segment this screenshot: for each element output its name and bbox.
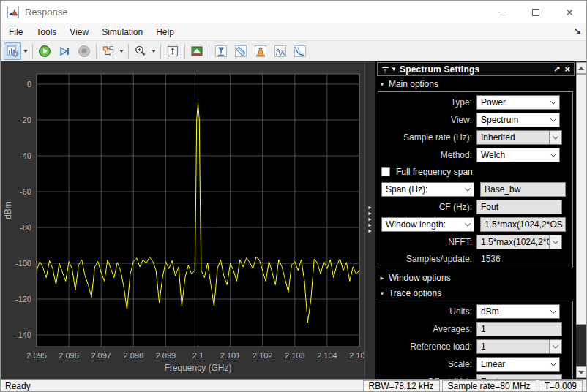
span-input[interactable]: Base_bw xyxy=(480,182,566,197)
settings-scrollbar[interactable] xyxy=(576,61,586,379)
svg-text:2.099: 2.099 xyxy=(156,351,176,360)
peak-finder-button[interactable] xyxy=(252,42,269,60)
zoom-in-button[interactable] xyxy=(132,42,149,60)
minimize-button[interactable] xyxy=(485,1,519,23)
close-panel-icon[interactable]: × xyxy=(564,65,570,74)
view-label: View: xyxy=(380,115,476,125)
caret-down-icon xyxy=(152,50,156,53)
dock-icon[interactable]: ↘ xyxy=(573,26,581,36)
nfft-combo[interactable]: 1.5*max(1024,2*O xyxy=(476,235,562,249)
status-rbw: RBW=78.12 kHz xyxy=(363,380,440,392)
status-bar: Ready RBW=78.12 kHz Sample rate=80 MHz T… xyxy=(1,379,586,392)
units-select[interactable]: dBm xyxy=(476,304,560,319)
chevron-down-icon xyxy=(549,340,561,353)
type-select[interactable]: Power xyxy=(476,95,560,110)
fit-to-view-icon xyxy=(166,45,179,58)
section-main-options[interactable]: ▼ Main options xyxy=(375,76,576,91)
spectrum-analyzer-window: Response ✕ File Tools View Simulation He… xyxy=(0,0,587,392)
signal-statistics-button[interactable] xyxy=(212,42,230,60)
method-select[interactable]: Welch xyxy=(476,148,560,162)
span-mode-select[interactable]: Span (Hz): xyxy=(381,182,474,197)
simulink-model-dropdown[interactable] xyxy=(117,42,125,60)
section-trace-options[interactable]: ▼ Trace options xyxy=(375,285,576,301)
status-ready: Ready xyxy=(1,381,363,391)
toolbar xyxy=(1,41,586,61)
spectrum-plot[interactable]: 2.0952.0962.0972.0982.0992.12.1012.1022.… xyxy=(1,61,364,379)
cursor-measurements-icon xyxy=(234,45,247,58)
svg-text:-100: -100 xyxy=(15,259,31,268)
samples-update-value: 1536 xyxy=(476,254,501,264)
zoom-dropdown[interactable] xyxy=(149,42,157,60)
spectrum-settings-button[interactable] xyxy=(4,42,21,60)
window-length-mode-select[interactable]: Window length: xyxy=(381,217,474,232)
menu-view[interactable]: View xyxy=(63,24,95,40)
pin-panel-icon[interactable]: ↑ xyxy=(381,63,389,76)
arrow-up-icon xyxy=(578,67,584,70)
step-forward-button[interactable] xyxy=(56,42,73,60)
scale-select[interactable]: Linear xyxy=(476,357,560,372)
spectrum-view-button[interactable] xyxy=(188,42,206,60)
section-window-options[interactable]: ► Window options xyxy=(375,270,576,285)
maximize-button[interactable] xyxy=(519,1,553,23)
spectrum-settings-dropdown[interactable] xyxy=(21,42,29,60)
chevron-down-icon xyxy=(547,358,559,371)
chevron-down-icon xyxy=(549,131,561,144)
scrollbar-thumb[interactable] xyxy=(576,74,586,325)
matlab-app-icon xyxy=(7,7,19,18)
distortion-measurements-button[interactable] xyxy=(272,42,289,60)
simulink-model-button[interactable] xyxy=(100,42,117,60)
close-button[interactable]: ✕ xyxy=(553,1,586,23)
sample-rate-combo[interactable]: Inherited xyxy=(476,130,562,145)
run-button[interactable] xyxy=(36,42,53,60)
status-time: T=0.009 xyxy=(539,380,583,392)
chevron-down-icon xyxy=(549,235,561,249)
window-length-input[interactable]: 1.5*max(1024,2*OS xyxy=(480,217,566,232)
scroll-down-button[interactable] xyxy=(576,366,586,378)
collapse-panel-icon[interactable]: ▼ xyxy=(391,66,397,72)
toolbar-separator xyxy=(209,44,209,59)
samples-update-label: Samples/update: xyxy=(380,254,476,264)
cursor-measurements-button[interactable] xyxy=(232,42,250,60)
minimize-icon xyxy=(498,12,506,12)
units-label: Units: xyxy=(380,306,476,317)
trace-options-group: Units: dBm Averages: 1 Reference load: 1 xyxy=(378,301,573,379)
svg-text:2.101: 2.101 xyxy=(220,351,241,360)
toolbar-separator xyxy=(160,44,161,59)
menu-help[interactable]: Help xyxy=(149,24,181,40)
chevron-down-icon xyxy=(547,96,559,109)
cf-input[interactable]: Fout xyxy=(476,200,562,214)
full-frequency-span-checkbox[interactable] xyxy=(381,167,390,176)
toolbar-separator xyxy=(32,44,33,59)
title-bar: Response ✕ xyxy=(1,1,586,23)
caret-down-icon xyxy=(119,50,124,53)
toolbar-separator xyxy=(96,44,97,59)
reference-load-combo[interactable]: 1 xyxy=(476,339,562,354)
distortion-measurements-icon xyxy=(274,45,287,58)
ccdf-measurements-button[interactable] xyxy=(291,42,309,60)
status-sample-rate: Sample rate=80 MHz xyxy=(442,380,536,392)
menu-simulation[interactable]: Simulation xyxy=(95,24,149,40)
svg-text:2.097: 2.097 xyxy=(91,351,111,360)
nfft-label: NFFT: xyxy=(380,237,476,247)
view-select[interactable]: Spectrum xyxy=(476,113,560,127)
toolbar-separator xyxy=(128,44,129,59)
panel-splitter[interactable]: ►►►►► xyxy=(364,61,375,379)
scroll-up-button[interactable] xyxy=(576,62,586,74)
stop-button[interactable] xyxy=(75,42,93,60)
undock-panel-icon[interactable]: ↗ xyxy=(553,64,560,74)
scale-label: Scale: xyxy=(380,359,476,369)
close-icon: ✕ xyxy=(565,7,574,18)
averages-input[interactable]: 1 xyxy=(476,322,562,336)
svg-text:2.105: 2.105 xyxy=(349,351,364,360)
zoom-in-icon xyxy=(134,45,147,58)
svg-text:2.104: 2.104 xyxy=(317,351,337,360)
svg-text:0: 0 xyxy=(27,80,31,88)
full-frequency-span-label: Full frequency span xyxy=(396,167,473,177)
type-label: Type: xyxy=(380,97,476,108)
main-content: 2.0952.0962.0972.0982.0992.12.1012.1022.… xyxy=(1,61,586,379)
menu-file[interactable]: File xyxy=(2,24,29,40)
svg-text:Frequency (GHz): Frequency (GHz) xyxy=(164,363,231,373)
fit-to-view-button[interactable] xyxy=(164,42,182,60)
svg-text:-20: -20 xyxy=(20,116,31,124)
menu-tools[interactable]: Tools xyxy=(29,24,63,40)
